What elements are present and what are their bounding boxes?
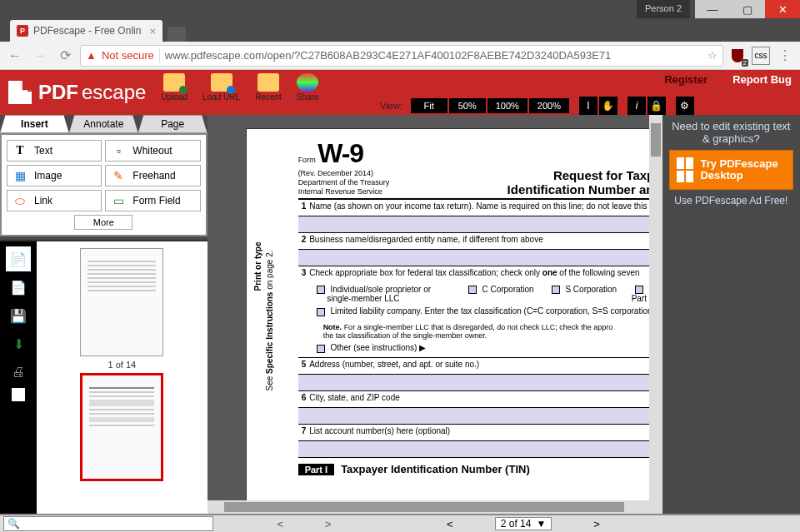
security-label: Not secure (102, 49, 154, 62)
download-icon[interactable]: ⬇ (6, 331, 31, 356)
tool-link[interactable]: ⬭Link (7, 190, 102, 211)
address-bar[interactable]: ▲ Not secure www.pdfescape.com/open/?C27… (80, 45, 723, 67)
css-extension-icon[interactable]: css (752, 47, 770, 65)
checkbox-c-corp[interactable] (468, 286, 477, 294)
tool-text[interactable]: TText (7, 140, 102, 162)
form-row-2[interactable]: 2Business name/disregarded entity name, … (298, 233, 662, 250)
zoom-100-button[interactable]: 100% (488, 98, 528, 113)
text-icon: T (12, 143, 28, 158)
part-1-title: Taxpayer Identification Number (TIN) (334, 463, 530, 475)
checkbox-llc[interactable] (317, 308, 325, 316)
file-pdf-icon[interactable]: 📄 (6, 275, 31, 300)
tool-image[interactable]: ▦Image (7, 165, 102, 186)
checkbox-other[interactable] (317, 345, 325, 353)
window-maximize-button[interactable]: ▢ (730, 0, 765, 18)
chevron-down-icon: ▼ (536, 518, 546, 530)
report-bug-link[interactable]: Report Bug (732, 73, 792, 86)
file-new-icon[interactable]: 📄 (6, 246, 31, 271)
form-row-7[interactable]: 7List account number(s) here (optional) (298, 425, 662, 441)
tab-page[interactable]: Page (138, 115, 208, 133)
tool-tabs: Insert Annotate Page (0, 115, 208, 133)
form-row-3-checks[interactable]: Individual/sole proprietor or single-mem… (298, 283, 662, 305)
text-cursor-tool[interactable]: I (579, 97, 598, 115)
forward-button[interactable]: → (30, 46, 50, 66)
thumb-prev-button[interactable]: < (277, 518, 283, 530)
desktop-cta-button[interactable]: Try PDFescape Desktop (669, 150, 793, 190)
vertical-scrollbar[interactable] (649, 115, 662, 500)
zoom-fit-button[interactable]: Fit (411, 98, 448, 113)
upload-button[interactable]: Upload (161, 73, 188, 102)
tool-more[interactable]: More (74, 215, 132, 230)
page-thumbnail-1[interactable] (80, 248, 163, 356)
recent-button[interactable]: Recent (255, 73, 282, 102)
window-minimize-button[interactable]: — (695, 0, 730, 18)
browser-tabstrip: P PDFescape - Free Onlin × (0, 18, 800, 42)
form-row-5[interactable]: 5Address (number, street, and apt. or su… (298, 358, 662, 375)
blank-icon[interactable] (12, 388, 25, 401)
windows-icon (677, 157, 694, 182)
browser-toolbar: ← → ⟳ ▲ Not secure www.pdfescape.com/ope… (0, 42, 800, 70)
window-close-button[interactable]: ✕ (765, 0, 800, 18)
page-selector[interactable]: 2 of 14▼ (495, 517, 552, 530)
folder-recent-icon (258, 73, 279, 92)
form-row-llc[interactable]: Limited liability company. Enter the tax… (298, 305, 662, 321)
document-scroll[interactable]: Print or type See Specific Instructions … (208, 115, 662, 500)
formfield-icon: ▭ (111, 193, 126, 208)
zoom-50-button[interactable]: 50% (449, 98, 486, 113)
pdfescape-logo[interactable]: PDFescape (8, 70, 161, 115)
page-prev-button[interactable]: < (447, 518, 453, 530)
tool-formfield[interactable]: ▭Form Field (105, 190, 200, 211)
info-tool[interactable]: i (628, 97, 646, 115)
search-field[interactable]: 🔍 (3, 516, 213, 531)
form-row-other[interactable]: Other (see instructions) ▶ (298, 341, 662, 358)
page-thumbnail-2[interactable] (80, 373, 163, 481)
checkbox-s-corp[interactable] (552, 286, 560, 294)
form-number: W-9 (318, 138, 363, 168)
thumbnails-area: 📄 📄 💾 ⬇ 🖨 1 of 14 (0, 240, 208, 514)
adfree-link[interactable]: Use PDFescape Ad Free! (669, 195, 793, 206)
bookmark-icon[interactable]: ☆ (708, 49, 718, 62)
side-label-instructions: See Specific Instructions on page 2. (265, 204, 274, 437)
hand-tool[interactable]: ✋ (599, 97, 618, 115)
lock-tool[interactable]: 🔒 (648, 97, 666, 115)
new-tab-button[interactable] (168, 27, 186, 42)
document-viewer: Print or type See Specific Instructions … (208, 115, 662, 514)
folder-upload-icon (163, 73, 185, 92)
tab-annotate[interactable]: Annotate (69, 115, 138, 133)
share-button[interactable]: Share (297, 73, 319, 102)
save-icon[interactable]: 💾 (6, 303, 31, 328)
page-next-button[interactable]: > (593, 518, 600, 530)
form-row-3: 3Check appropriate box for federal tax c… (298, 266, 662, 283)
checkbox-individual[interactable] (317, 286, 325, 294)
thumbnails-list[interactable]: 1 of 14 (37, 241, 208, 514)
tab-insert[interactable]: Insert (0, 115, 69, 133)
back-button[interactable]: ← (5, 46, 25, 66)
thumb-next-button[interactable]: > (325, 518, 332, 530)
settings-tool[interactable]: ⚙ (676, 97, 694, 115)
form-row-1[interactable]: 1Name (as shown on your income tax retur… (298, 200, 662, 216)
zoom-200-button[interactable]: 200% (529, 98, 569, 113)
print-icon[interactable]: 🖨 (6, 360, 31, 385)
checkbox-partnership[interactable] (635, 286, 643, 294)
share-icon (297, 73, 318, 92)
ublock-extension-icon[interactable]: 2 (728, 47, 747, 65)
side-label-print: Print or type (253, 150, 262, 383)
ublock-badge: 2 (742, 59, 748, 67)
tool-whiteout[interactable]: ▫Whiteout (105, 140, 200, 162)
tab-close-icon[interactable]: × (149, 25, 156, 37)
register-link[interactable]: Register (664, 73, 708, 86)
profile-badge[interactable]: Person 2 (637, 0, 690, 18)
header-actions: Upload Load URL Recent Share (161, 70, 318, 115)
browser-tab[interactable]: P PDFescape - Free Onlin × (10, 20, 162, 42)
tool-freehand[interactable]: ✎Freehand (105, 165, 200, 186)
browser-menu-button[interactable]: ⋮ (775, 46, 795, 66)
insert-toolbox: TText ▫Whiteout ▦Image ✎Freehand ⬭Link ▭… (0, 133, 208, 236)
load-url-button[interactable]: Load URL (202, 73, 240, 102)
tab-title: PDFescape - Free Onlin (33, 25, 141, 37)
pdf-page[interactable]: Print or type See Specific Instructions … (246, 128, 662, 500)
search-icon: 🔍 (8, 518, 20, 530)
form-row-6[interactable]: 6City, state, and ZIP code (298, 391, 662, 408)
reload-button[interactable]: ⟳ (55, 46, 75, 66)
whiteout-icon: ▫ (111, 143, 126, 158)
horizontal-scrollbar[interactable] (208, 500, 662, 514)
